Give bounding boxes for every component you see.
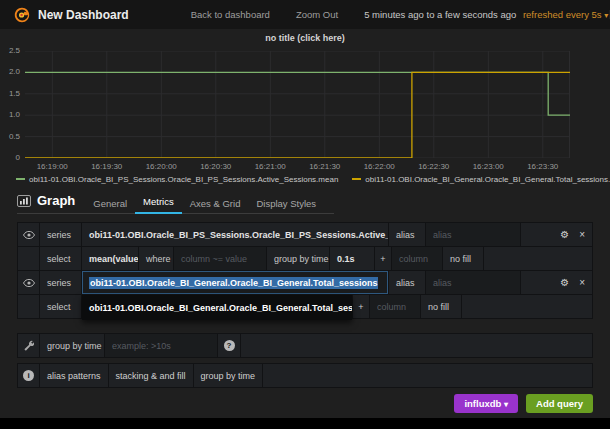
back-to-dashboard-link[interactable]: Back to dashboard (191, 9, 270, 20)
info-icon: i (23, 370, 34, 381)
bar-chart-icon (17, 195, 31, 207)
panel-type-heading: Graph (17, 190, 85, 213)
x-tick-label: 16:21:00 (248, 162, 292, 171)
alias-label: alias (389, 223, 425, 246)
chart-legend: obi11-01.OBI.Oracle_BI_PS_Sessions.Oracl… (0, 173, 610, 185)
tab-axes-grid[interactable]: Axes & Grid (182, 192, 249, 214)
query1-series-row: series obi11-01.OBI.Oracle_BI_PS_Session… (18, 223, 592, 246)
chart-svg (25, 51, 570, 158)
query-table: series obi11-01.OBI.Oracle_BI_PS_Session… (17, 222, 593, 319)
panel-editor: Graph General Metrics Axes & Grid Displa… (0, 190, 610, 413)
query1-where-cell (174, 247, 266, 270)
series-label: series (40, 223, 81, 246)
stacking-and-fill-link[interactable]: stacking & and fill (109, 364, 193, 387)
query2-series-value-selected[interactable]: obi11-01.OBI.Oracle_BI_General.Oracle_BI… (89, 277, 378, 289)
panel-title[interactable]: no title (click here) (0, 32, 610, 45)
group-by-time-link[interactable]: group by time (194, 364, 263, 387)
query2-alias-cell (426, 271, 520, 294)
alias-label: alias (389, 271, 425, 294)
graph-panel: no title (click here) 2.52.01.51.00.50 1… (0, 29, 610, 185)
row-spacer (263, 364, 592, 387)
grafana-logo-icon[interactable] (14, 7, 30, 23)
x-tick-label: 16:22:00 (357, 162, 401, 171)
no-fill-label[interactable]: no fill (421, 295, 461, 318)
y-tick-label: 2.0 (0, 68, 20, 76)
group-by-time-cell (105, 334, 217, 357)
add-select-icon[interactable]: + (353, 295, 369, 318)
add-query-button[interactable]: Add query (526, 394, 593, 413)
query1-column-input[interactable] (399, 254, 435, 264)
x-tick-label: 16:22:30 (412, 162, 456, 171)
y-tick-label: 0.5 (0, 133, 20, 141)
series-typeahead-dropdown: obi11-01.OBI.Oracle_BI_General.Oracle_BI… (82, 295, 352, 320)
group-by-time-section: group by time ? (17, 333, 593, 358)
query1-where-input[interactable] (181, 254, 259, 264)
query2-series-row: series obi11-01.OBI.Oracle_BI_General.Or… (18, 271, 592, 294)
time-range-text: 5 minutes ago to a few seconds ago (364, 9, 516, 20)
row-spacer (241, 334, 592, 357)
query2-select-row: select obi11-01.OBI.Oracle_BI_General.Or… (18, 295, 592, 318)
query1-select-row: select mean(value) where group by time 0… (18, 247, 592, 270)
legend-series-name: obi11-01.OBI.Oracle_BI_General.Oracle_BI… (365, 175, 610, 184)
where-label: where (139, 247, 173, 270)
y-tick-label: 1.0 (0, 111, 20, 119)
query1-actions: ⚙ × (521, 223, 592, 246)
query1-select-value-cell[interactable]: mean(value) (82, 247, 138, 270)
x-tick-label: 16:19:30 (85, 162, 129, 171)
query1-group-by-value-cell[interactable]: 0.1s (330, 247, 374, 270)
wrench-icon (18, 334, 39, 357)
tab-metrics[interactable]: Metrics (135, 190, 182, 214)
tab-display-styles[interactable]: Display Styles (248, 192, 324, 214)
y-tick-label: 1.5 (0, 90, 20, 98)
zoom-out-link[interactable]: Zoom Out (296, 9, 338, 20)
query-buttons-row: influxdb ▾ Add query (17, 394, 593, 413)
query1-series-value[interactable]: obi11-01.OBI.Oracle_BI_PS_Sessions.Oracl… (89, 230, 388, 240)
chart-plot[interactable] (25, 51, 570, 158)
top-navbar: New Dashboard Back to dashboard Zoom Out… (0, 0, 610, 29)
row-indent (18, 247, 39, 270)
x-tick-label: 16:23:00 (466, 162, 510, 171)
query2-alias-input[interactable] (433, 278, 513, 288)
query1-alias-input[interactable] (433, 230, 513, 240)
query-options-gear-icon[interactable]: ⚙ (560, 230, 569, 240)
help-question-icon[interactable]: ? (224, 340, 235, 351)
group-by-time-input[interactable] (112, 341, 210, 351)
row-spacer (484, 247, 592, 270)
group-by-time-label: group by time (40, 334, 104, 357)
typeahead-suggestion[interactable]: obi11-01.OBI.Oracle_BI_General.Oracle_BI… (89, 303, 352, 313)
series-label: series (40, 271, 81, 294)
editor-help-links: i alias patterns stacking & and fill gro… (17, 363, 593, 388)
tab-general[interactable]: General (85, 192, 135, 214)
add-select-icon[interactable]: + (375, 247, 391, 270)
legend-item[interactable]: obi11-01.OBI.Oracle_BI_PS_Sessions.Oracl… (16, 175, 338, 184)
row-indent (18, 295, 39, 318)
eye-icon[interactable] (18, 271, 39, 294)
alias-patterns-link[interactable]: alias patterns (40, 364, 108, 387)
select-label: select (40, 247, 81, 270)
query-options-gear-icon[interactable]: ⚙ (560, 278, 569, 288)
remove-query-icon[interactable]: × (579, 230, 585, 240)
x-tick-label: 16:20:00 (139, 162, 183, 171)
legend-color-dash (16, 178, 25, 180)
x-tick-label: 16:23:30 (521, 162, 565, 171)
group-by-time-label: group by time (267, 247, 329, 270)
y-tick-label: 2.5 (0, 47, 20, 55)
help-cell: ? (218, 334, 240, 357)
select-label: select (40, 295, 81, 318)
eye-icon[interactable] (18, 223, 39, 246)
datasource-button[interactable]: influxdb ▾ (454, 394, 518, 413)
query1-series-value-cell[interactable]: obi11-01.OBI.Oracle_BI_PS_Sessions.Oracl… (82, 223, 388, 246)
chart-area: 2.52.01.51.00.50 16:19:0016:19:3016:20:0… (0, 45, 610, 173)
query2-series-value-cell[interactable]: obi11-01.OBI.Oracle_BI_General.Oracle_BI… (82, 271, 388, 294)
refresh-interval-text: refreshed every 5s (523, 9, 602, 20)
x-tick-label: 16:19:00 (30, 162, 74, 171)
grafana-app: New Dashboard Back to dashboard Zoom Out… (0, 0, 610, 429)
remove-query-icon[interactable]: × (579, 278, 585, 288)
x-tick-label: 16:20:30 (194, 162, 238, 171)
time-range-picker[interactable]: 5 minutes ago to a few seconds ago refre… (364, 9, 608, 20)
dashboard-title: New Dashboard (38, 8, 129, 22)
legend-item[interactable]: obi11-01.OBI.Oracle_BI_General.Oracle_BI… (352, 175, 610, 184)
no-fill-label[interactable]: no fill (443, 247, 483, 270)
query2-column-input[interactable] (377, 302, 413, 312)
row-spacer (462, 295, 592, 318)
